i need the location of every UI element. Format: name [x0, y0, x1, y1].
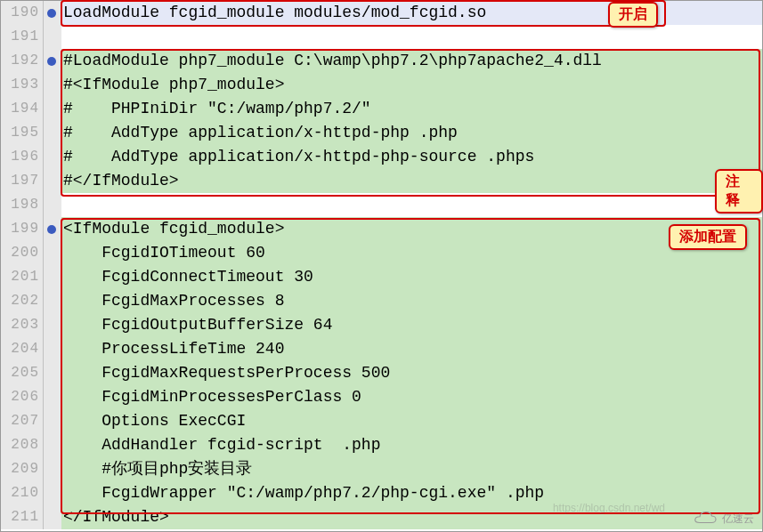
bookmark-dot-icon [44, 49, 61, 73]
code-text: #LoadModule php7_module C:\wamp\php7.2\p… [61, 49, 762, 73]
bookmark-gutter [44, 169, 61, 193]
bookmark-gutter [44, 481, 61, 505]
code-line: 190LoadModule fcgid_module modules/mod_f… [1, 1, 762, 25]
line-number: 211 [1, 505, 44, 529]
line-number: 206 [1, 385, 44, 409]
bookmark-gutter [44, 337, 61, 361]
code-line: 192#LoadModule php7_module C:\wamp\php7.… [1, 49, 762, 73]
code-text: LoadModule fcgid_module modules/mod_fcgi… [61, 1, 762, 25]
line-number: 195 [1, 121, 44, 145]
line-number: 192 [1, 49, 44, 73]
code-line: 201 FcgidConnectTimeout 30 [1, 265, 762, 289]
line-number: 205 [1, 361, 44, 385]
line-number: 210 [1, 481, 44, 505]
code-line: 211</IfModule> [1, 505, 762, 529]
code-line: 202 FcgidMaxProcesses 8 [1, 289, 762, 313]
line-number: 198 [1, 193, 44, 217]
code-text: #你项目php安装目录 [61, 457, 762, 481]
code-text: FcgidOutputBufferSize 64 [61, 313, 762, 337]
bookmark-gutter [44, 289, 61, 313]
line-number: 203 [1, 313, 44, 337]
code-text: Options ExecCGI [61, 409, 762, 433]
code-line: 203 FcgidOutputBufferSize 64 [1, 313, 762, 337]
line-number: 208 [1, 433, 44, 457]
code-line: 191 [1, 25, 762, 49]
code-text: #<IfModule php7_module> [61, 73, 762, 97]
line-number: 194 [1, 97, 44, 121]
line-number: 191 [1, 25, 44, 49]
bookmark-gutter [44, 313, 61, 337]
bookmark-dot-icon [44, 217, 61, 241]
code-line: 207 Options ExecCGI [1, 409, 762, 433]
code-line: 200 FcgidIOTimeout 60 [1, 241, 762, 265]
code-line: 197#</IfModule> [1, 169, 762, 193]
code-text: #</IfModule> [61, 169, 762, 193]
code-line: 194# PHPIniDir "C:/wamp/php7.2/" [1, 97, 762, 121]
bookmark-gutter [44, 241, 61, 265]
code-editor: 190LoadModule fcgid_module modules/mod_f… [0, 0, 763, 532]
code-line: 196# AddType application/x-httpd-php-sou… [1, 145, 762, 169]
code-text: FcgidIOTimeout 60 [61, 241, 762, 265]
code-text: FcgidMaxProcesses 8 [61, 289, 762, 313]
code-text: FcgidMaxRequestsPerProcess 500 [61, 361, 762, 385]
line-number: 200 [1, 241, 44, 265]
code-text: ProcessLifeTime 240 [61, 337, 762, 361]
bookmark-gutter [44, 409, 61, 433]
code-line: 206 FcgidMinProcessesPerClass 0 [1, 385, 762, 409]
bookmark-gutter [44, 193, 61, 217]
line-number: 207 [1, 409, 44, 433]
code-line: 205 FcgidMaxRequestsPerProcess 500 [1, 361, 762, 385]
code-text: # PHPIniDir "C:/wamp/php7.2/" [61, 97, 762, 121]
bookmark-dot-icon [44, 1, 61, 25]
line-number: 197 [1, 169, 44, 193]
code-line: 193#<IfModule php7_module> [1, 73, 762, 97]
code-line: 198 [1, 193, 762, 217]
bookmark-gutter [44, 97, 61, 121]
code-text: # AddType application/x-httpd-php .php [61, 121, 762, 145]
bookmark-gutter [44, 73, 61, 97]
line-number: 196 [1, 145, 44, 169]
line-number: 190 [1, 1, 44, 25]
code-line: 199<IfModule fcgid_module> [1, 217, 762, 241]
code-text: </IfModule> [61, 505, 762, 529]
code-line: 208 AddHandler fcgid-script .php [1, 433, 762, 457]
line-number: 209 [1, 457, 44, 481]
bookmark-gutter [44, 121, 61, 145]
code-line: 204 ProcessLifeTime 240 [1, 337, 762, 361]
code-line: 195# AddType application/x-httpd-php .ph… [1, 121, 762, 145]
code-text: FcgidWrapper "C:/wamp/php7.2/php-cgi.exe… [61, 481, 762, 505]
bookmark-gutter [44, 505, 61, 529]
bookmark-gutter [44, 145, 61, 169]
code-line: 209 #你项目php安装目录 [1, 457, 762, 481]
code-text: <IfModule fcgid_module> [61, 217, 762, 241]
code-text [61, 25, 762, 49]
code-text [61, 193, 762, 217]
bookmark-gutter [44, 361, 61, 385]
bookmark-gutter [44, 457, 61, 481]
code-text: FcgidConnectTimeout 30 [61, 265, 762, 289]
bookmark-gutter [44, 25, 61, 49]
code-text: # AddType application/x-httpd-php-source… [61, 145, 762, 169]
code-text: FcgidMinProcessesPerClass 0 [61, 385, 762, 409]
bookmark-gutter [44, 265, 61, 289]
bookmark-gutter [44, 433, 61, 457]
line-number: 201 [1, 265, 44, 289]
line-number: 204 [1, 337, 44, 361]
code-line: 210 FcgidWrapper "C:/wamp/php7.2/php-cgi… [1, 481, 762, 505]
line-number: 193 [1, 73, 44, 97]
bookmark-gutter [44, 385, 61, 409]
code-text: AddHandler fcgid-script .php [61, 433, 762, 457]
line-number: 202 [1, 289, 44, 313]
line-number: 199 [1, 217, 44, 241]
